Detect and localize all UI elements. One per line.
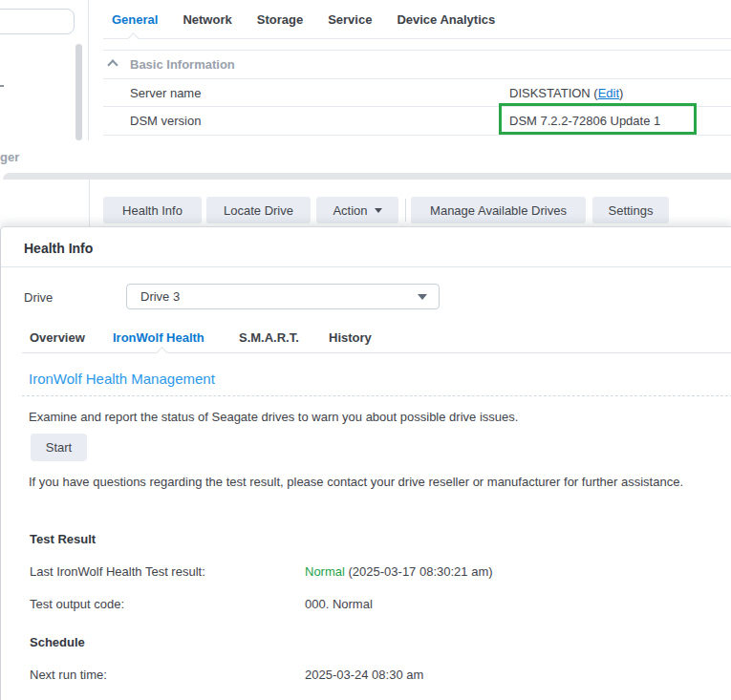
window-title-fragment: ger	[0, 150, 19, 164]
health-info-button[interactable]: Health Info	[103, 197, 202, 223]
active-tab-notch	[156, 347, 168, 359]
caret-down-icon	[375, 208, 382, 217]
locate-drive-button[interactable]: Locate Drive	[206, 197, 311, 223]
search-input[interactable]	[0, 9, 75, 34]
tab-device-analytics[interactable]: Device Analytics	[397, 12, 495, 27]
manage-available-drives-button[interactable]: Manage Available Drives	[411, 197, 586, 223]
sidebar-divider	[88, 0, 89, 140]
tab-network[interactable]: Network	[183, 12, 231, 27]
drive-select-value: Drive 3	[140, 289, 180, 304]
server-name-text: DISKSTATION (	[509, 86, 598, 100]
dialog-tab-smart[interactable]: S.M.A.R.T.	[239, 330, 299, 345]
health-info-dialog: Health Info Drive Drive 3 Overview IronW…	[0, 226, 731, 700]
dialog-title: Health Info	[24, 241, 93, 256]
output-code-value: 000. Normal	[305, 597, 373, 611]
dialog-tab-overview[interactable]: Overview	[30, 330, 85, 345]
row-divider	[103, 78, 731, 79]
server-name-label: Server name	[130, 86, 201, 100]
sidebar-divider	[89, 180, 90, 226]
tab-general[interactable]: General	[112, 12, 158, 27]
tab-service[interactable]: Service	[328, 12, 372, 27]
settings-button[interactable]: Settings	[592, 197, 669, 223]
control-panel-tabs: General Network Storage Service Device A…	[112, 12, 495, 27]
action-dropdown-button[interactable]: Action	[316, 197, 398, 223]
next-run-label: Next run time:	[30, 668, 107, 682]
basic-information-header[interactable]: Basic Information	[130, 57, 235, 72]
scrollbar-thumb[interactable]	[75, 44, 82, 140]
ironwolf-health-heading: IronWolf Health Management	[29, 371, 215, 387]
sidebar-text-fragment	[0, 85, 4, 87]
manage-drives-button-label: Manage Available Drives	[430, 203, 567, 218]
health-info-button-label: Health Info	[122, 203, 183, 218]
dashed-divider	[22, 395, 731, 396]
server-name-suffix: )	[619, 86, 623, 100]
test-result-heading: Test Result	[30, 532, 96, 546]
dialog-tab-history[interactable]: History	[329, 330, 372, 345]
start-button[interactable]: Start	[31, 434, 87, 461]
schedule-heading: Schedule	[30, 635, 85, 649]
row-divider	[103, 135, 731, 136]
section-divider	[103, 50, 731, 51]
active-tab-notch	[127, 32, 140, 45]
dsm-version-label: DSM version	[130, 114, 201, 128]
tabbar-divider	[103, 38, 731, 39]
server-name-value: DISKSTATION (Edit)	[509, 86, 623, 100]
status-timestamp: (2025-03-17 08:30:21 am)	[345, 564, 493, 579]
note-text: If you have questions regarding the test…	[29, 473, 712, 491]
dialog-tab-ironwolf-health[interactable]: IronWolf Health	[113, 330, 204, 345]
last-test-value: Normal (2025-03-17 08:30:21 am)	[305, 564, 493, 579]
dropdown-caret-icon	[418, 294, 427, 305]
description-text: Examine and report the status of Seagate…	[29, 410, 518, 424]
status-text: Normal	[305, 564, 345, 579]
collapse-chevron-icon[interactable]	[107, 59, 118, 70]
next-run-value: 2025-03-24 08:30 am	[305, 668, 423, 682]
dialog-tabbar-divider	[22, 352, 731, 353]
toolbar-separator	[405, 199, 406, 222]
drive-label: Drive	[24, 290, 53, 305]
start-button-label: Start	[46, 440, 72, 455]
output-code-label: Test output code:	[30, 597, 124, 611]
locate-drive-button-label: Locate Drive	[224, 203, 293, 218]
edit-link[interactable]: Edit	[598, 86, 619, 100]
dialog-title-divider	[1, 266, 731, 267]
drive-select[interactable]: Drive 3	[126, 284, 440, 309]
tab-storage[interactable]: Storage	[257, 12, 303, 27]
panel-top-edge	[3, 173, 731, 180]
highlight-box	[499, 103, 697, 135]
action-button-label: Action	[333, 203, 367, 218]
settings-button-label: Settings	[609, 203, 654, 218]
last-test-label: Last IronWolf Health Test result:	[30, 564, 205, 579]
